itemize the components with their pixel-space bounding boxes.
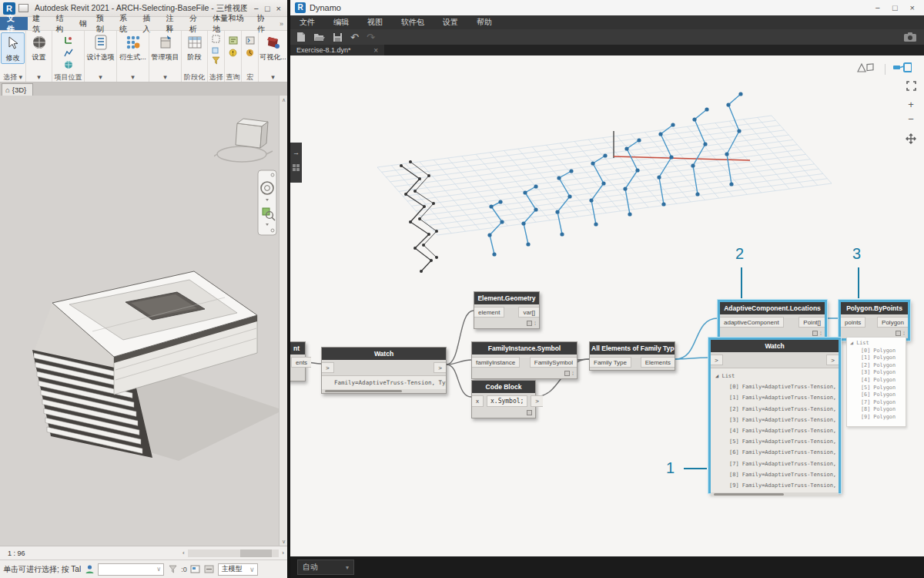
workspace-tab[interactable]: Exercise-8.1.dyn* × xyxy=(290,45,384,55)
zoom-out-icon[interactable]: − xyxy=(908,116,914,123)
tab-collaborate[interactable]: 协作 xyxy=(253,17,276,30)
menu-help[interactable]: 帮助 xyxy=(467,17,501,28)
scroll-down-arrow[interactable]: ∨ xyxy=(280,537,288,546)
new-file-icon[interactable] xyxy=(296,32,306,42)
output-port[interactable]: Polygon xyxy=(877,317,908,328)
revit-3d-viewport[interactable] xyxy=(0,96,279,546)
tab-architecture[interactable]: 建筑 xyxy=(28,17,51,30)
node-adaptivecomponent-locations[interactable]: AdaptiveComponent.Locations adaptiveComp… xyxy=(718,300,827,341)
geometry-view-icon[interactable] xyxy=(857,62,877,76)
panel-label-generative[interactable]: ▾ xyxy=(117,72,149,82)
tab-precast[interactable]: 预制 xyxy=(92,17,115,30)
viewport-horizontal-scrollbar[interactable]: ‹ › xyxy=(179,549,287,558)
node-cut-offscreen[interactable]: nt ents xyxy=(290,341,306,381)
input-port[interactable]: points xyxy=(841,317,865,328)
revit-maximize-button[interactable]: □ xyxy=(265,4,270,13)
tab-systems[interactable]: 系统 xyxy=(115,17,138,30)
panel-label-inquiry[interactable]: 查询 xyxy=(225,72,242,82)
dynamo-title-bar[interactable]: R Dynamo − □ × xyxy=(290,0,924,15)
polygon-preview-bubble[interactable]: ◢ List [0] Polygon [1] Polygon [2] Polyg… xyxy=(846,337,906,427)
tab-file[interactable]: 文件 xyxy=(0,17,28,30)
library-collapse-handle[interactable]: → xyxy=(290,143,302,183)
select-box-icon[interactable] xyxy=(211,34,221,44)
panel-label-select[interactable]: 选择 ▾ xyxy=(0,72,26,82)
output-port[interactable]: var[] xyxy=(518,307,539,318)
node-watch-1[interactable]: Watch > > Family=AdaptiveTruss-Tension, … xyxy=(321,347,447,394)
node-preview-icon[interactable] xyxy=(564,371,570,376)
output-port[interactable]: > xyxy=(826,355,839,365)
location-globe-icon[interactable] xyxy=(63,59,73,69)
watch-hscrollbar[interactable] xyxy=(711,492,839,496)
menu-packages[interactable]: 软件包 xyxy=(392,17,434,28)
node-watch-2[interactable]: Watch > > ◢ List [0] Family=AdaptiveTrus… xyxy=(708,338,841,493)
tab-steel[interactable]: 钢 xyxy=(75,17,92,30)
position-chart-icon[interactable] xyxy=(63,47,73,57)
viewport-vertical-scrollbar[interactable]: ∧ ∨ xyxy=(279,96,287,546)
generative-design-button[interactable]: 衍生式... xyxy=(118,32,148,62)
menu-settings[interactable]: 设置 xyxy=(434,17,467,28)
open-file-icon[interactable] xyxy=(313,32,325,42)
run-mode-dropdown[interactable]: 自动 ▾ xyxy=(297,560,354,575)
list-expander-icon[interactable]: ◢ xyxy=(715,373,718,379)
visualize-button[interactable]: 可视化... xyxy=(259,32,286,62)
node-preview-icon[interactable] xyxy=(527,410,532,415)
output-port[interactable]: ents xyxy=(291,357,311,368)
menu-edit[interactable]: 编辑 xyxy=(324,17,358,28)
design-options-button[interactable]: 设计选项 xyxy=(85,32,116,62)
editable-only-icon[interactable] xyxy=(190,564,201,575)
tab-overflow-button[interactable]: » xyxy=(276,17,287,30)
input-port[interactable]: element xyxy=(474,307,504,318)
filter-icon[interactable] xyxy=(167,564,178,575)
menu-view[interactable]: 视图 xyxy=(358,17,392,28)
panel-label-select2[interactable]: 选择 xyxy=(208,72,225,82)
node-preview-icon[interactable] xyxy=(812,331,818,336)
zoom-in-icon[interactable]: + xyxy=(908,101,914,109)
settings-button[interactable]: 设置 xyxy=(27,32,51,62)
graph-view-icon[interactable] xyxy=(893,62,912,76)
worksharing-user-icon[interactable] xyxy=(84,564,95,575)
panel-label-manage[interactable]: ▾ xyxy=(149,72,182,82)
output-port[interactable]: > xyxy=(434,362,446,373)
panel-label-phasing[interactable]: 阶段化 xyxy=(182,72,208,82)
node-preview-icon[interactable] xyxy=(527,321,532,326)
scroll-up-arrow[interactable]: ∧ xyxy=(280,96,288,104)
export-image-camera-icon[interactable] xyxy=(904,32,916,42)
tab-annotate[interactable]: 注释 xyxy=(162,17,185,30)
scroll-right-arrow[interactable]: › xyxy=(279,549,287,556)
node-familyinstance-symbol[interactable]: FamilyInstance.Symbol familyInstance Fam… xyxy=(471,341,578,379)
revit-minimize-button[interactable]: − xyxy=(253,4,258,13)
input-port[interactable]: x xyxy=(472,395,484,407)
list-expander-icon[interactable]: ◢ xyxy=(850,340,853,346)
output-port[interactable]: Point[] xyxy=(798,317,825,328)
exclude-options-icon[interactable] xyxy=(204,564,215,575)
manage-project-button[interactable]: 管理项目 xyxy=(150,32,180,62)
panel-label-macro[interactable]: 宏 xyxy=(242,72,259,82)
macro-security-icon[interactable] xyxy=(245,48,255,58)
viewcube[interactable] xyxy=(214,117,276,168)
panel-label-settings[interactable]: ▾ xyxy=(26,72,52,82)
menu-file[interactable]: 文件 xyxy=(290,17,324,28)
scroll-left-arrow[interactable]: ‹ xyxy=(179,549,188,556)
input-port[interactable]: adaptiveComponent xyxy=(720,317,784,328)
pan-icon[interactable] xyxy=(906,133,916,147)
select-filter-icon[interactable] xyxy=(211,55,221,66)
revit-close-button[interactable]: × xyxy=(276,4,281,13)
dynamo-canvas[interactable]: → + − nt ents xyxy=(290,55,924,556)
panel-label-design-options[interactable]: ▾ xyxy=(85,72,117,82)
tab-massing-site[interactable]: 体量和场地 xyxy=(208,17,253,30)
panel-label-visualize[interactable]: ▾ xyxy=(259,72,287,82)
tab-structure[interactable]: 结构 xyxy=(52,17,75,30)
redo-icon[interactable]: ↷ xyxy=(367,32,375,43)
worksets-dropdown[interactable]: ∨ xyxy=(98,563,164,576)
zoom-fit-icon[interactable] xyxy=(906,80,916,94)
input-port[interactable]: familyInstance xyxy=(472,357,520,368)
panel-label-location[interactable]: 项目位置 xyxy=(52,72,85,82)
tab-close-icon[interactable]: × xyxy=(373,46,378,55)
input-port[interactable]: > xyxy=(322,362,334,373)
output-port[interactable]: Elements xyxy=(641,357,675,368)
dynamo-close-button[interactable]: × xyxy=(910,3,915,12)
macro-manager-icon[interactable] xyxy=(245,35,255,45)
quick-access-icon[interactable] xyxy=(18,4,28,12)
node-preview-icon[interactable] xyxy=(896,331,901,336)
navigation-bar[interactable] xyxy=(257,170,277,236)
